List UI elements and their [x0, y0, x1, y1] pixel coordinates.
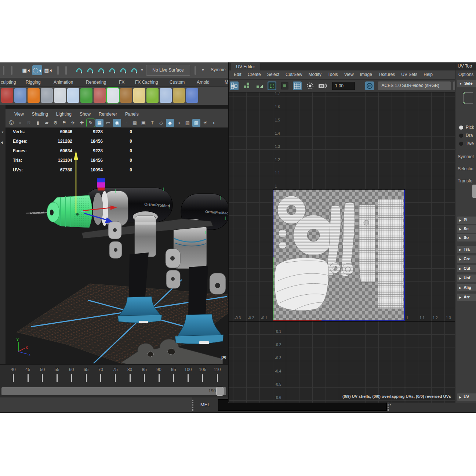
hud-toggle-icon[interactable]: T	[148, 119, 156, 127]
selected-chuck[interactable]	[47, 195, 92, 228]
chevron-down-icon[interactable]: ▼	[1, 131, 4, 134]
wireframe-icon[interactable]: ◇	[157, 119, 165, 127]
camera-icon[interactable]: ▮	[34, 119, 42, 127]
viewport-menu-renderer[interactable]: Renderer	[99, 112, 117, 117]
gate-mask-icon[interactable]: ◌	[122, 119, 130, 127]
radio-dra[interactable]	[459, 134, 463, 138]
range-slider-bar[interactable]: 190	[1, 387, 226, 395]
uv-menu-select[interactable]: Select	[267, 72, 279, 77]
shelf-tab-rendering[interactable]: Rendering	[86, 80, 106, 85]
toolkit-section-unf[interactable]: ▶Unf	[457, 275, 476, 282]
uv-grid-view[interactable]: (0/9) UV shells, (0/0) overlapping UVs, …	[229, 92, 455, 403]
snap-projected-center-icon[interactable]	[109, 68, 115, 72]
uv-shell-display-icon[interactable]	[280, 81, 289, 90]
image-plane-icon[interactable]: ▣	[139, 119, 148, 127]
uv-menu-view[interactable]: View	[344, 72, 354, 77]
radio-pick[interactable]	[459, 126, 463, 130]
uv-menu-create[interactable]: Create	[248, 72, 261, 77]
uv-grid-icon[interactable]	[293, 81, 302, 90]
uv-fold-green-icon[interactable]	[255, 81, 264, 90]
toolkit-section-arr[interactable]: ▶Arr	[457, 294, 476, 301]
transform-snap-icon[interactable]: ✚	[78, 119, 86, 127]
mel-toggle-button[interactable]: MEL	[200, 402, 210, 407]
viewport-menu-panels[interactable]: Panels	[125, 112, 139, 117]
film-gate-icon[interactable]: ▭	[104, 119, 112, 127]
shelf-tab-fx[interactable]: FX	[119, 80, 124, 85]
pencil-context-icon[interactable]: ✎	[87, 119, 95, 127]
uv-menu-textures[interactable]: Textures	[378, 72, 395, 77]
particles-icon[interactable]	[160, 88, 172, 103]
shelf-tab-arnold[interactable]: Arnold	[197, 80, 210, 85]
chevron-down-icon[interactable]: ▼	[201, 68, 205, 72]
material-icon[interactable]: ◑	[175, 119, 183, 127]
fire-icon[interactable]	[28, 88, 40, 103]
select-section-header[interactable]: ▼Sele	[457, 80, 476, 87]
uv-menu-tools[interactable]: Tools	[328, 72, 338, 77]
shelf-tab-custom[interactable]: Custom	[170, 80, 185, 85]
select-hierarchy-icon[interactable]: ▣➤	[21, 65, 31, 75]
select-component-icon[interactable]: ▦➤	[43, 65, 53, 75]
uv-sets-section-header[interactable]: ▶UV	[457, 393, 476, 401]
toolkit-section-se[interactable]: ▶Se	[457, 225, 476, 233]
truss-icon[interactable]	[41, 88, 53, 103]
color-space-dropdown[interactable]: ACES 1.0 SDR-video (sRGB)	[378, 81, 451, 90]
sequencer-icon[interactable]	[1, 88, 13, 103]
cursor-tool-icon[interactable]: ➤	[0, 140, 5, 145]
make-live-icon[interactable]	[131, 68, 137, 72]
lattice-sphere-icon[interactable]	[133, 88, 145, 103]
symmetry-dropdown[interactable]: Symme	[211, 67, 226, 72]
ball-icon[interactable]	[54, 88, 66, 103]
camera-lock-icon[interactable]: ▰	[43, 119, 51, 127]
uv-distortion-tiles-icon[interactable]	[230, 81, 239, 90]
lighting-icon[interactable]: ☀	[201, 119, 209, 127]
checker-icon[interactable]: ▨	[192, 119, 200, 127]
chevron-down-icon[interactable]: ▼	[140, 68, 144, 72]
snap-curve-icon[interactable]	[87, 68, 93, 72]
toolbar-divider[interactable]	[3, 66, 4, 75]
vignette-icon[interactable]: Ⓥ	[7, 119, 15, 127]
scene-3d[interactable]: OrthoProMed OrthoProMed	[6, 128, 228, 364]
uv-menu-edit[interactable]: Edit	[234, 72, 241, 77]
radio-twe[interactable]	[459, 142, 463, 146]
cone-sphere-icon[interactable]	[67, 88, 79, 103]
uv-menu-modify[interactable]: Modify	[308, 72, 321, 77]
uv-menu-cutsew[interactable]: Cut/Sew	[286, 72, 302, 77]
curve-icon[interactable]	[173, 88, 185, 103]
shelf-tab-rigging[interactable]: Rigging	[26, 80, 41, 85]
options-menu[interactable]: Options	[458, 72, 473, 77]
grass-icon[interactable]	[146, 88, 159, 103]
spheres-icon[interactable]	[14, 88, 26, 103]
toolkit-button-fragment[interactable]	[472, 185, 476, 198]
toolkit-section-alig[interactable]: ▶Alig	[457, 284, 476, 291]
shelf-tab-culpting[interactable]: culpting	[1, 80, 16, 85]
uv-menu-image[interactable]: Image	[360, 72, 372, 77]
shelf-tab-animation[interactable]: Animation	[54, 80, 73, 85]
toolkit-section-cut[interactable]: ▶Cut	[457, 265, 476, 272]
viewport-menu-show[interactable]: Show	[80, 112, 91, 117]
wood-cube-icon[interactable]	[120, 88, 132, 103]
snap-point-icon[interactable]	[98, 68, 104, 72]
textured-icon[interactable]: ▧	[184, 119, 192, 127]
uv-menu-help[interactable]: Help	[424, 72, 433, 77]
viewport-menu-lighting[interactable]: Lighting	[56, 112, 72, 117]
wire-sphere-icon[interactable]	[186, 88, 198, 103]
moon-icon[interactable]	[107, 88, 119, 103]
uv-border-display-icon[interactable]	[268, 81, 276, 90]
viewport-menu-view[interactable]: View	[14, 112, 24, 117]
select-object-icon[interactable]: ◯➤	[32, 65, 42, 75]
snap-grid-icon[interactable]	[76, 68, 82, 72]
no-live-surface-button[interactable]: No Live Surface	[146, 65, 190, 76]
perspective-viewport[interactable]: ViewShadingLightingShowRendererPanels Ⓥ●…	[6, 105, 228, 364]
render-overlay-icon[interactable]: R	[25, 119, 33, 127]
resolution-gate-icon[interactable]: ◉	[113, 119, 121, 127]
shelf-tab-fxcaching[interactable]: FX Caching	[135, 80, 158, 85]
toolbar-divider[interactable]	[195, 66, 196, 75]
shaded-icon[interactable]: ◆	[166, 119, 174, 127]
uv-menu-uvsets[interactable]: UV Sets	[401, 72, 417, 77]
camera-settings-icon[interactable]: ⚙	[51, 119, 59, 127]
toolbar-divider[interactable]	[11, 66, 12, 75]
uv-editor-tab[interactable]: UV Editor	[231, 63, 260, 70]
toolkit-section-pi[interactable]: ▶Pi	[457, 217, 476, 224]
grid-icon[interactable]: ▦	[95, 119, 103, 127]
color-management-toggle[interactable]: ON	[365, 81, 374, 90]
